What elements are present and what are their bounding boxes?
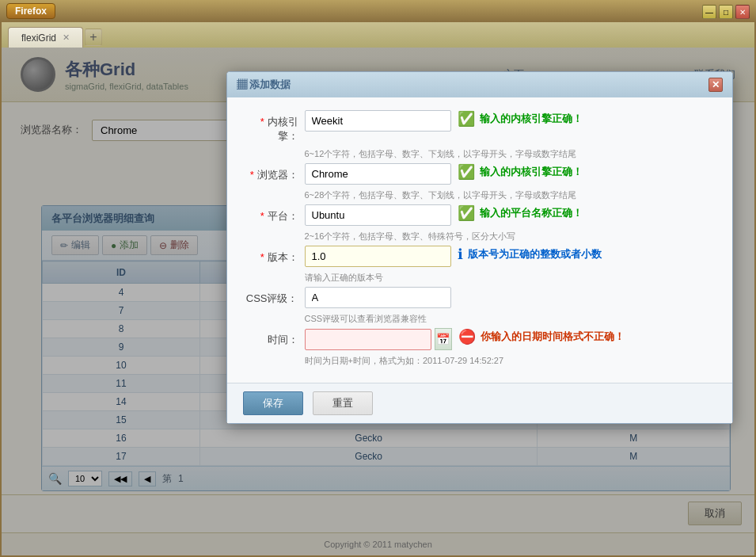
browser-hint: 6~28个字符，包括字母、数字、下划线，以字母开头，字母或数字结尾 (305, 189, 716, 201)
browser-chrome: flexiGrid ✕ + 各种Grid sigmaGrid, flexiGri… (0, 22, 756, 557)
titlebar: Firefox — □ ✕ (0, 0, 756, 22)
platform-input-area: ✅ 输入的平台名称正确！ (305, 204, 716, 226)
engine-input-area: ✅ 输入的内核引擎正确！ (305, 110, 716, 132)
browser-valid-text: 输入的内核引擎正确！ (480, 165, 583, 179)
firefox-menu-button[interactable]: Firefox (6, 3, 55, 19)
version-warn-icon: ℹ (458, 246, 463, 263)
tab-flexigrid[interactable]: flexiGrid ✕ (8, 27, 83, 48)
platform-validation: ✅ 输入的平台名称正确！ (458, 204, 583, 222)
css-hint: CSS评级可以查看浏览器兼容性 (305, 313, 716, 325)
engine-label: 内核引擎： (243, 110, 298, 143)
close-button[interactable]: ✕ (735, 5, 750, 19)
version-input-area: ℹ 版本号为正确的整数或者小数 (305, 246, 716, 267)
minimize-button[interactable]: — (702, 5, 716, 19)
css-input[interactable] (305, 287, 451, 308)
modal-title: ▦ 添加数据 (237, 78, 291, 92)
new-tab-button[interactable]: + (85, 29, 102, 46)
version-row: 版本： ℹ 版本号为正确的整数或者小数 (243, 246, 716, 267)
time-input[interactable] (305, 329, 431, 350)
window-controls: — □ ✕ (702, 5, 750, 19)
engine-validation: ✅ 输入的内核引擎正确！ (458, 110, 583, 128)
platform-hint: 2~16个字符，包括字母、数字、特殊符号，区分大小写 (305, 231, 716, 242)
platform-valid-icon: ✅ (458, 204, 475, 222)
time-label: 时间： (243, 328, 298, 347)
platform-row: 平台： ✅ 输入的平台名称正确！ (243, 204, 716, 226)
modal-title-text: 添加数据 (249, 78, 291, 90)
page-content: 各种Grid sigmaGrid, flexiGrid, dataTables … (2, 48, 754, 555)
platform-valid-text: 输入的平台名称正确！ (480, 206, 583, 220)
tab-label: flexiGrid (21, 32, 56, 44)
engine-valid-icon: ✅ (458, 110, 475, 128)
modal-title-icon: ▦ (237, 78, 247, 90)
browser-input[interactable] (305, 163, 451, 185)
platform-input[interactable] (305, 204, 451, 226)
reset-button[interactable]: 重置 (313, 391, 373, 415)
calendar-button[interactable]: 📅 (435, 328, 452, 350)
version-validation: ℹ 版本号为正确的整数或者小数 (458, 246, 602, 263)
browser-input-area: ✅ 输入的内核引擎正确！ (305, 163, 716, 185)
engine-valid-text: 输入的内核引擎正确！ (480, 112, 583, 126)
browser-valid-icon: ✅ (458, 163, 475, 181)
tab-close-icon[interactable]: ✕ (63, 32, 70, 43)
tab-bar: flexiGrid ✕ + (2, 22, 754, 48)
time-error-text: 你输入的日期时间格式不正确！ (481, 330, 625, 344)
save-button[interactable]: 保存 (243, 391, 303, 415)
maximize-button[interactable]: □ (719, 5, 733, 19)
engine-row: 内核引擎： ✅ 输入的内核引擎正确！ (243, 110, 716, 143)
engine-input[interactable] (305, 110, 451, 132)
browser-row: 浏览器： ✅ 输入的内核引擎正确！ (243, 163, 716, 185)
platform-label: 平台： (243, 204, 298, 223)
time-error-icon: ⛔ (458, 328, 476, 345)
modal-body: 内核引擎： ✅ 输入的内核引擎正确！ 6~12个字符，包括字母、数字、下划线，以… (227, 97, 732, 383)
version-label: 版本： (243, 246, 298, 265)
modal-dialog: ▦ 添加数据 ✕ 内核引擎： ✅ 输入的内核引擎正确！ (226, 71, 733, 424)
time-validation: ⛔ 你输入的日期时间格式不正确！ (458, 328, 625, 345)
modal-footer: 保存 重置 (227, 383, 732, 423)
time-hint: 时间为日期+时间，格式为如：2011-07-29 14:52:27 (305, 355, 716, 367)
modal-close-button[interactable]: ✕ (709, 78, 723, 92)
modal-titlebar: ▦ 添加数据 ✕ (227, 72, 732, 97)
version-input[interactable] (305, 246, 451, 267)
version-hint: 请输入正确的版本号 (305, 272, 716, 284)
css-label: CSS评级： (243, 287, 298, 306)
time-input-area: 📅 ⛔ 你输入的日期时间格式不正确！ (305, 328, 716, 350)
browser-label: 浏览器： (243, 163, 298, 182)
browser-validation: ✅ 输入的内核引擎正确！ (458, 163, 583, 181)
date-input-wrap: 📅 (305, 328, 452, 350)
engine-hint: 6~12个字符，包括字母、数字、下划线，以字母开头，字母或数字结尾 (305, 148, 716, 160)
css-input-area (305, 287, 716, 308)
css-row: CSS评级： (243, 287, 716, 308)
time-row: 时间： 📅 ⛔ 你输入的日期时间格式不正确！ (243, 328, 716, 350)
version-warn-text: 版本号为正确的整数或者小数 (468, 247, 602, 261)
